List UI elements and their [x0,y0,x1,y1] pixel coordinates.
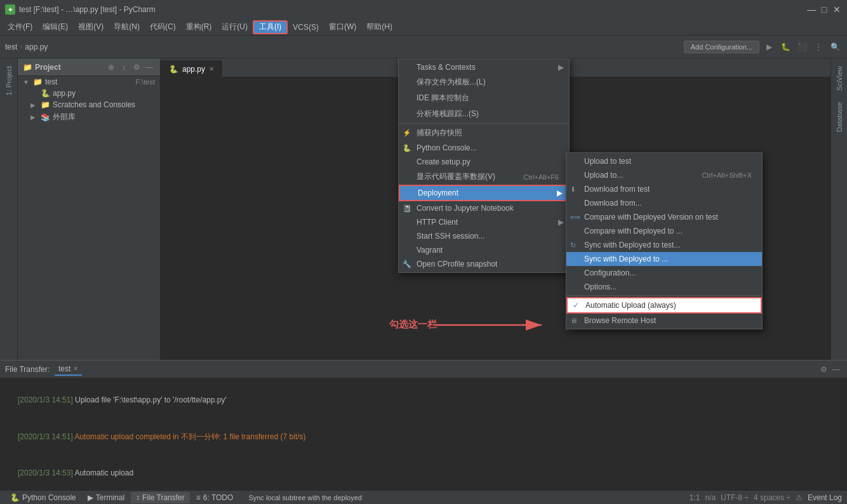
deployment-arrow-icon: ▶ [557,189,563,197]
deploy-compare-deployed-to[interactable]: Compare with Deployed to ... [566,224,762,238]
status-tab-file-transfer[interactable]: ↕ File Transfer [131,492,190,503]
menu-item-file[interactable]: 文件(F) [3,20,37,34]
tools-menu-jupyter[interactable]: 📓 Convert to Jupyter Notebook [399,201,569,215]
tools-menu-http[interactable]: HTTP Client ▶ [399,215,569,229]
status-tab-terminal[interactable]: ▶ Terminal [83,492,130,503]
log-line-2: [2020/1/3 14:51] Automatic upload comple… [5,419,842,456]
tree-item-ext-lib[interactable]: ▶ 📚 外部库 [18,110,160,124]
tree-arrow-test: ▼ [23,79,30,86]
panel-close-icon[interactable]: — [143,62,155,73]
close-button[interactable]: ✕ [832,4,842,15]
deploy-sync-to[interactable]: Sync with Deployed to ... [566,252,762,266]
deploy-auto-upload[interactable]: ✓ Automatic Upload (always) [566,297,762,314]
ssh-label: Start SSH session... [417,232,484,241]
tools-menu-analyze[interactable]: 分析堆栈跟踪...(S) [399,106,569,122]
vagrant-label: Vagrant [417,246,443,255]
status-tab-todo[interactable]: ≡ 6: TODO [191,492,239,503]
download-from-label: Download from... [584,199,642,208]
panel-settings-icon[interactable]: ⚙ [131,62,142,73]
sidebar-item-project[interactable]: 1: Project [3,61,15,100]
status-tabs: 🐍 Python Console ▶ Terminal ↕ File Trans… [5,492,238,503]
deploy-compare-version-test[interactable]: ⟺ Compare with Deployed Version on test [566,210,762,224]
menu-item-code[interactable]: 代码(C) [145,20,181,34]
status-tab-python-console[interactable]: 🐍 Python Console [5,492,81,503]
search-everywhere-icon[interactable]: 🔍 [828,40,842,54]
tools-menu-vagrant[interactable]: Vagrant [399,243,569,257]
bottom-settings-icon[interactable]: ⚙ [818,364,829,375]
terminal-tab-label: Terminal [96,493,124,502]
maximize-button[interactable]: □ [819,4,829,15]
menu-item-window[interactable]: 窗口(W) [324,20,361,34]
editor-area: 🐍 app.py ✕ Tasks & Contexts ▶ 保存文件为模板...… [161,58,830,360]
bottom-panel: File Transfer: test ✕ ⚙ — [2020/1/3 14:5… [0,360,847,490]
compare-deployed-to-label: Compare with Deployed to ... [584,227,683,235]
python-console-label: Python Console... [417,143,477,152]
tools-menu-save-template[interactable]: 保存文件为模板...(L) [399,74,569,90]
file-transfer-status-label: File Transfer [142,493,185,502]
menu-item-tools[interactable]: 工具(I) [253,20,288,34]
tree-label-apppy: app.py [53,89,155,98]
tools-menu-ssh[interactable]: Start SSH session... [399,229,569,243]
breadcrumb-file[interactable]: app.py [25,43,48,51]
tree-item-test[interactable]: ▼ 📁 test F:\test [18,76,160,88]
menu-item-view[interactable]: 视图(V) [73,20,109,34]
tools-menu-ide-script[interactable]: IDE 脚本控制台 [399,90,569,106]
bottom-minimize-icon[interactable]: — [830,364,842,375]
todo-tab-label: 6: TODO [203,493,234,502]
deploy-download-from[interactable]: Download from... [566,196,762,210]
menu-item-vcs[interactable]: VCS(S) [288,20,324,34]
deploy-sync-test[interactable]: ↻ Sync with Deployed to test... [566,238,762,252]
tree-item-apppy[interactable]: 🐍 app.py [18,88,160,99]
tools-menu-python-console[interactable]: 🐍 Python Console... [399,141,569,155]
menu-item-edit[interactable]: 编辑(E) [37,20,73,34]
toolbar-stop-icon[interactable]: ⬛ [795,40,809,54]
toolbar-run-icon[interactable]: ▶ [762,40,776,54]
tools-menu-cprofile[interactable]: 🔧 Open CProfile snapshot [399,257,569,271]
config-label: Configuration... [584,269,636,277]
jupyter-label: Convert to Jupyter Notebook [417,204,514,213]
deploy-configuration[interactable]: Configuration... [566,266,762,280]
right-tab-database[interactable]: Database [833,97,846,137]
minimize-button[interactable]: — [806,4,817,15]
file-transfer-tab-test[interactable]: test ✕ [55,363,82,376]
sync-to-label: Sync with Deployed to ... [584,255,668,263]
python-console-icon: 🐍 [403,144,411,152]
right-tab-sciview[interactable]: SciView [833,61,846,96]
deploy-upload-to[interactable]: Upload to... Ctrl+Alt+Shift+X [566,168,762,182]
analyze-label: 分析堆栈跟踪...(S) [417,109,479,119]
tools-menu-coverage[interactable]: 显示代码覆盖率数据(V) Ctrl+Alt+F6 [399,169,569,185]
panel-sync-icon[interactable]: ⊕ [105,62,117,73]
download-test-label: Download from test [584,185,650,194]
add-configuration-button[interactable]: Add Configuration... [684,41,759,53]
capture-label: 捕获内存快照 [417,128,462,138]
compare-icon: ⟺ [570,213,580,222]
breadcrumb-project[interactable]: test [5,43,17,51]
file-transfer-tab-close[interactable]: ✕ [73,365,78,372]
log-text-1: Upload file 'F:\test\app.py' to '/root/t… [73,395,227,404]
menu-item-help[interactable]: 帮助(H) [361,20,397,34]
event-log-button[interactable]: Event Log [808,493,842,502]
tree-icon-test: 📁 [33,77,43,86]
tools-menu-capture[interactable]: ⚡ 捕获内存快照 [399,125,569,141]
toolbar-more-icon[interactable]: ⋮ [811,40,825,54]
log-text-2: Automatic upload completed in 不到一分钟: 1 f… [73,432,306,441]
tab-close-icon[interactable]: ✕ [209,65,214,72]
menu-item-nav[interactable]: 导航(N) [109,20,145,34]
tree-item-scratches[interactable]: ▶ 📁 Scratches and Consoles [18,99,160,110]
deploy-browse-remote[interactable]: 🖥 Browse Remote Host [566,314,762,328]
tools-menu-deployment[interactable]: Deployment ▶ [399,185,569,201]
create-setup-label: Create setup.py [417,157,470,166]
toolbar-debug-icon[interactable]: 🐛 [778,40,792,54]
deploy-upload-test[interactable]: Upload to test [566,154,762,168]
terminal-tab-icon: ▶ [88,493,93,502]
deploy-options[interactable]: Options... [566,280,762,294]
tools-menu-tasks[interactable]: Tasks & Contexts ▶ [399,60,569,74]
tree-icon-ext: 📚 [41,113,50,122]
deploy-download-test[interactable]: ⬇ Download from test [566,182,762,196]
tools-menu-create-setup[interactable]: Create setup.py [399,155,569,169]
menu-item-run[interactable]: 运行(U) [217,20,253,34]
panel-sort-icon[interactable]: ↕ [118,62,130,73]
menu-item-refactor[interactable]: 重构(R) [181,20,217,34]
editor-tab-apppy[interactable]: 🐍 app.py ✕ [161,60,222,77]
tab-label: app.py [182,65,205,74]
